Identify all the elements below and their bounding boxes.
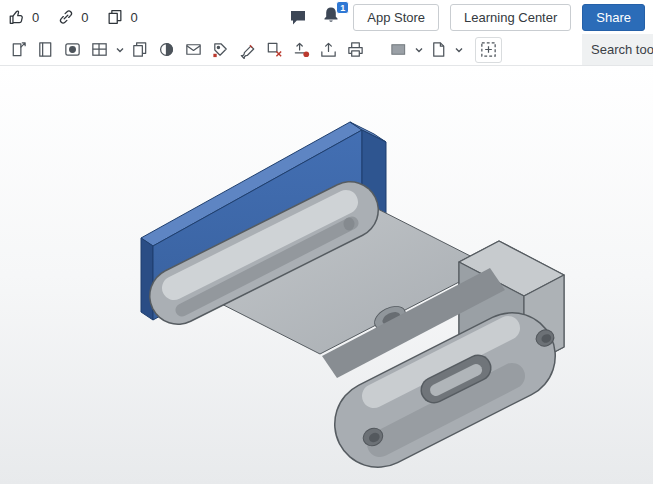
- search-tools-label: Search tools: [591, 42, 653, 57]
- envelope-icon[interactable]: [180, 37, 207, 63]
- gray-rect-icon[interactable]: [385, 37, 412, 63]
- learning-center-button[interactable]: Learning Center: [450, 4, 571, 31]
- copy-icon[interactable]: [126, 37, 153, 63]
- comment-icon[interactable]: [287, 6, 309, 28]
- contrast-icon[interactable]: [153, 37, 180, 63]
- notification-badge: 1: [336, 1, 349, 14]
- chevron-down-icon[interactable]: [113, 37, 126, 63]
- main-toolbar: Search tools: [0, 34, 653, 66]
- app-store-button[interactable]: App Store: [353, 4, 439, 31]
- printer-icon[interactable]: [342, 37, 369, 63]
- copies-stat[interactable]: 0: [106, 8, 137, 26]
- tag-icon[interactable]: [207, 37, 234, 63]
- crosshair-icon[interactable]: [475, 37, 502, 63]
- notifications-bell[interactable]: 1: [320, 6, 342, 28]
- delete-x-icon[interactable]: [261, 37, 288, 63]
- tray-up-icon[interactable]: [315, 37, 342, 63]
- top-header: 0 0 0: [0, 0, 653, 34]
- likes-stat[interactable]: 0: [8, 8, 39, 26]
- chevron-down-icon[interactable]: [412, 37, 425, 63]
- share-button[interactable]: Share: [582, 4, 645, 31]
- brush-icon[interactable]: [234, 37, 261, 63]
- copies-count: 0: [130, 10, 137, 25]
- link-icon: [57, 8, 75, 26]
- sheet-icon[interactable]: [425, 37, 452, 63]
- header-right: 1 App Store Learning Center Share: [287, 4, 645, 31]
- upload-icon[interactable]: [288, 37, 315, 63]
- copies-icon: [106, 8, 124, 26]
- record-icon[interactable]: [59, 37, 86, 63]
- links-count: 0: [81, 10, 88, 25]
- model-viewport[interactable]: [0, 66, 653, 484]
- search-tools-input[interactable]: Search tools: [582, 34, 653, 65]
- table-icon[interactable]: [86, 37, 113, 63]
- links-stat[interactable]: 0: [57, 8, 88, 26]
- gray-body-part[interactable]: [174, 202, 564, 449]
- export-page-icon[interactable]: [5, 37, 32, 63]
- cad-model[interactable]: [0, 66, 653, 484]
- book-icon[interactable]: [32, 37, 59, 63]
- chevron-down-icon[interactable]: [452, 37, 465, 63]
- thumbs-up-icon: [8, 8, 26, 26]
- likes-count: 0: [32, 10, 39, 25]
